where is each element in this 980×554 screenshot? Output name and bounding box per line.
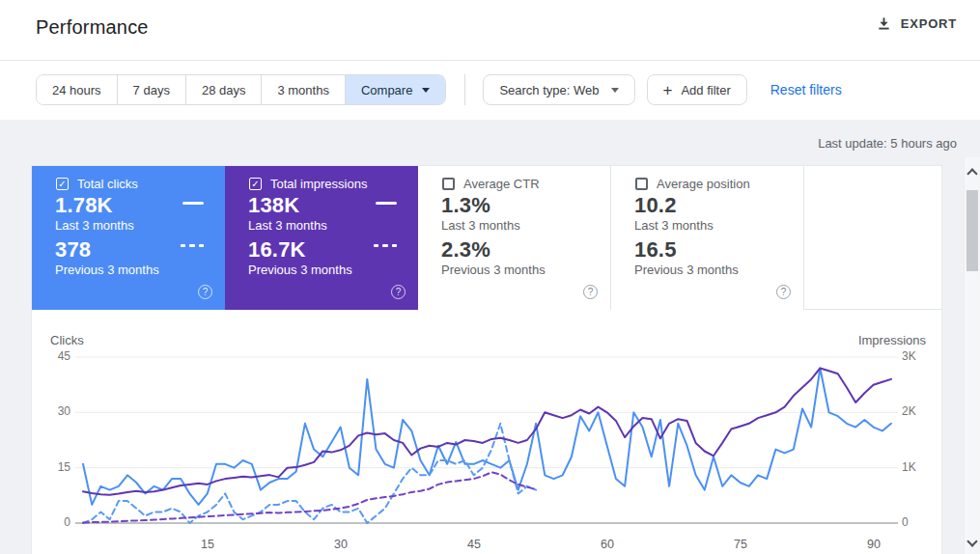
solid-line-legend-icon	[376, 202, 397, 205]
search-type-label: Search type: Web	[499, 83, 599, 97]
current-period: Last 3 months	[55, 218, 134, 233]
help-icon[interactable]: ?	[198, 285, 212, 299]
help-icon[interactable]: ?	[776, 285, 791, 299]
card-label: Average CTR	[463, 177, 540, 191]
previous-period: Previous 3 months	[55, 263, 159, 277]
scroll-down-icon[interactable]	[966, 536, 977, 546]
plus-icon: +	[663, 82, 673, 98]
search-type-dropdown[interactable]: Search type: Web	[483, 74, 634, 105]
search-console-performance-page: Performance EXPORT 24 hours 7 days 28 da…	[0, 0, 980, 554]
right-axis-tick: 1K	[902, 460, 935, 474]
chevron-down-icon	[611, 88, 619, 93]
reset-filters-link[interactable]: Reset filters	[770, 82, 842, 97]
current-value: 138K	[248, 193, 299, 218]
help-icon[interactable]: ?	[583, 285, 598, 299]
add-filter-button[interactable]: + Add filter	[647, 74, 747, 105]
vertical-scrollbar[interactable]	[964, 157, 980, 554]
x-axis-tick: 75	[723, 538, 758, 551]
left-axis-tick: 0	[40, 515, 70, 529]
metric-cards: ✓ Total clicks 1.78K Last 3 months 378 P…	[32, 166, 941, 310]
performance-chart[interactable]: Clicks Impressions 015304501K2K3K1530456…	[32, 311, 941, 554]
page-title: Performance	[36, 16, 149, 39]
total-clicks-card[interactable]: ✓ Total clicks 1.78K Last 3 months 378 P…	[32, 166, 225, 310]
download-icon	[877, 16, 891, 31]
compare-dropdown[interactable]: Compare	[345, 75, 445, 104]
help-icon[interactable]: ?	[391, 285, 406, 299]
right-axis-tick: 2K	[902, 404, 935, 418]
previous-value: 2.3%	[441, 237, 490, 263]
previous-value: 16.5	[634, 237, 677, 263]
chevron-down-icon	[422, 88, 430, 93]
right-axis-tick: 0	[902, 515, 935, 529]
card-label: Total clicks	[77, 177, 138, 191]
total-impressions-card[interactable]: ✓ Total impressions 138K Last 3 months 1…	[225, 166, 418, 310]
export-button[interactable]: EXPORT	[877, 16, 957, 31]
range-24-hours[interactable]: 24 hours	[37, 75, 117, 104]
compare-label: Compare	[361, 83, 412, 97]
left-axis-tick: 15	[40, 460, 70, 474]
checkbox-checked-icon[interactable]: ✓	[56, 178, 69, 190]
previous-period: Previous 3 months	[441, 263, 546, 277]
current-value: 1.3%	[441, 193, 490, 218]
x-axis-tick: 30	[323, 538, 358, 551]
series-line-2	[83, 369, 891, 495]
previous-value: 378	[55, 237, 91, 263]
previous-value: 16.7K	[248, 237, 306, 263]
x-axis-tick: 45	[457, 538, 491, 551]
previous-period: Previous 3 months	[634, 263, 739, 277]
filter-bar: 24 hours 7 days 28 days 3 months Compare…	[36, 74, 842, 105]
x-axis-tick: 90	[856, 538, 891, 551]
checkbox-unchecked-icon[interactable]	[635, 178, 648, 190]
checkbox-unchecked-icon[interactable]	[442, 178, 455, 190]
scroll-up-icon[interactable]	[966, 168, 977, 179]
left-axis-tick: 30	[40, 404, 70, 418]
current-period: Last 3 months	[248, 218, 327, 233]
chart-plot[interactable]	[32, 311, 941, 554]
range-3-months[interactable]: 3 months	[261, 75, 344, 104]
current-value: 1.78K	[55, 193, 113, 218]
x-axis-tick: 15	[190, 538, 225, 551]
report-panel: ✓ Total clicks 1.78K Last 3 months 378 P…	[32, 166, 941, 554]
left-axis-tick: 45	[40, 349, 70, 363]
right-axis-tick: 3K	[902, 349, 935, 363]
average-ctr-card[interactable]: Average CTR 1.3% Last 3 months 2.3% Prev…	[418, 166, 611, 310]
content-area: Last update: 5 hours ago ✓ Total clicks …	[0, 120, 980, 554]
header-divider	[0, 60, 980, 61]
add-filter-label: Add filter	[681, 83, 730, 97]
filter-divider	[464, 74, 465, 105]
current-value: 10.2	[634, 193, 677, 218]
previous-period: Previous 3 months	[248, 263, 352, 277]
solid-line-legend-icon	[182, 202, 204, 205]
range-28-days[interactable]: 28 days	[185, 75, 262, 104]
current-period: Last 3 months	[634, 218, 714, 233]
checkbox-checked-icon[interactable]: ✓	[249, 178, 262, 190]
dashed-line-legend-icon	[181, 244, 204, 247]
card-label: Total impressions	[270, 177, 367, 191]
last-update-text: Last update: 5 hours ago	[818, 136, 957, 151]
x-axis-tick: 60	[590, 538, 625, 551]
date-range-group: 24 hours 7 days 28 days 3 months Compare	[36, 74, 446, 105]
current-period: Last 3 months	[441, 218, 520, 233]
dashed-line-legend-icon	[374, 244, 397, 247]
export-label: EXPORT	[901, 16, 957, 31]
card-label: Average position	[657, 177, 750, 191]
average-position-card[interactable]: Average position 10.2 Last 3 months 16.5…	[611, 166, 804, 310]
scrollbar-thumb[interactable]	[966, 190, 978, 271]
range-7-days[interactable]: 7 days	[117, 75, 185, 104]
